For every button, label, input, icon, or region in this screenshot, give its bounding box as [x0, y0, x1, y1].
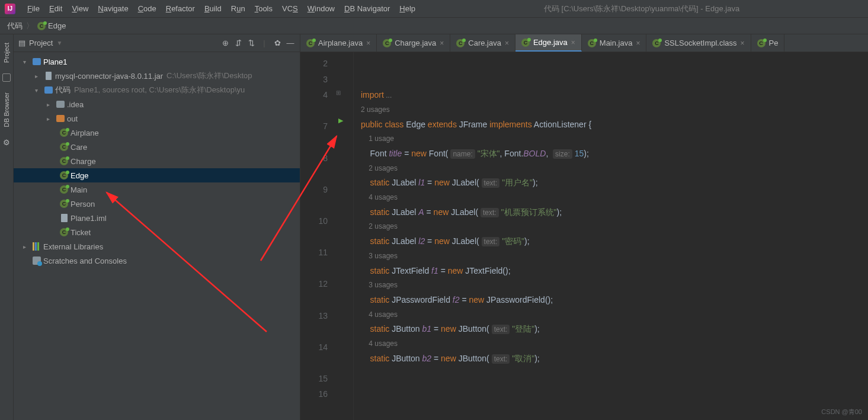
tab-airplane[interactable]: Airplane.java×: [300, 34, 377, 52]
menu-run[interactable]: Run: [226, 4, 250, 13]
project-view-icon: ▤: [18, 39, 25, 47]
tree-class-care[interactable]: Care: [14, 140, 300, 154]
tab-care[interactable]: Care.java×: [450, 34, 515, 52]
tree-scratches[interactable]: Scratches and Consoles: [14, 254, 300, 268]
menu-file[interactable]: File: [23, 4, 44, 13]
breadcrumb-separator-icon: 〉: [26, 21, 34, 31]
close-icon[interactable]: ×: [571, 39, 575, 47]
tree-class-airplane[interactable]: Airplane: [14, 126, 300, 140]
menu-refactor[interactable]: Refactor: [161, 4, 200, 13]
close-icon[interactable]: ×: [636, 39, 640, 47]
tree-class-charge[interactable]: Charge: [14, 154, 300, 168]
tree-external-libs[interactable]: ▸External Libraries: [14, 239, 300, 254]
class-icon: [456, 39, 465, 47]
breadcrumb-root[interactable]: 代码: [7, 21, 23, 31]
tree-class-person[interactable]: Person: [14, 197, 300, 211]
project-panel-title[interactable]: Project: [29, 39, 53, 47]
menu-code[interactable]: Code: [133, 4, 161, 13]
menu-edit[interactable]: Edit: [44, 4, 67, 13]
tab-sslsocketimpl[interactable]: SSLSocketImpl.class×: [646, 34, 751, 52]
close-icon[interactable]: ×: [366, 39, 370, 47]
tab-charge[interactable]: Charge.java×: [377, 34, 450, 52]
tree-class-edge[interactable]: Edge: [14, 168, 300, 182]
line-numbers: 234 7 8 9 10 11 12 13 14 1516: [300, 52, 332, 420]
hide-icon[interactable]: —: [286, 39, 295, 48]
tree-class-main[interactable]: Main: [14, 182, 300, 197]
project-panel-header: ▤ Project ▼ ⊕ ⇵ ⇅ | ✿ —: [14, 34, 300, 52]
rail-icon[interactable]: [2, 73, 11, 82]
project-tree[interactable]: ▾Plane1 ▸mysql-connector-java-8.0.11.jar…: [14, 52, 300, 420]
class-icon: [37, 22, 46, 30]
menu-vcs[interactable]: VCS: [277, 4, 303, 13]
rail-search-icon[interactable]: ⚙: [3, 138, 10, 147]
gutter-icons: ⊞ ▶: [332, 52, 354, 420]
run-gutter-icon[interactable]: ▶: [332, 114, 353, 127]
tab-edge[interactable]: Edge.java×: [515, 34, 582, 52]
menu-bar: IJ File Edit View Navigate Code Refactor…: [0, 0, 868, 18]
class-icon: [652, 39, 661, 47]
gutter: 234 7 8 9 10 11 12 13 14 1516 ⊞ ▶: [300, 52, 354, 420]
tree-iml[interactable]: Plane1.iml: [14, 211, 300, 225]
close-icon[interactable]: ×: [505, 39, 509, 47]
collapse-all-icon[interactable]: ⇅: [246, 39, 256, 48]
divider: |: [260, 39, 269, 48]
class-icon: [757, 39, 765, 47]
menu-build[interactable]: Build: [200, 4, 226, 13]
breadcrumb-file[interactable]: Edge: [37, 21, 66, 30]
tab-main[interactable]: Main.java×: [582, 34, 647, 52]
menu-view[interactable]: View: [67, 4, 93, 13]
project-panel: ▤ Project ▼ ⊕ ⇵ ⇅ | ✿ — ▾Plane1 ▸mysql-c…: [14, 34, 300, 420]
menu-help[interactable]: Help: [395, 4, 420, 13]
breadcrumb: 代码 〉 Edge: [0, 18, 868, 34]
fold-icon[interactable]: ⊞: [332, 87, 353, 98]
app-logo-icon: IJ: [5, 4, 15, 14]
tab-pe[interactable]: Pe: [751, 34, 785, 52]
expand-all-icon[interactable]: ⇵: [233, 39, 243, 48]
tree-idea[interactable]: ▸.idea: [14, 97, 300, 111]
editor-area: Airplane.java× Charge.java× Care.java× E…: [300, 34, 868, 420]
code-editor[interactable]: 234 7 8 9 10 11 12 13 14 1516 ⊞ ▶ import…: [300, 52, 868, 420]
class-icon: [306, 39, 315, 47]
left-tool-rail: Project DB Browser ⚙: [0, 34, 14, 420]
close-icon[interactable]: ×: [741, 39, 745, 47]
tree-root[interactable]: ▾Plane1: [14, 54, 300, 69]
window-title: 代码 [C:\Users\陈永祥\Desktop\yuanma\代码] - Ed…: [544, 4, 739, 14]
rail-db-browser[interactable]: DB Browser: [3, 89, 10, 131]
class-icon: [383, 39, 391, 47]
close-icon[interactable]: ×: [440, 39, 444, 47]
class-icon: [588, 39, 596, 47]
editor-tabs: Airplane.java× Charge.java× Care.java× E…: [300, 34, 868, 52]
tree-src[interactable]: ▾代码Plane1, sources root, C:\Users\陈永祥\De…: [14, 83, 300, 97]
tree-class-ticket[interactable]: Ticket: [14, 225, 300, 239]
class-icon: [521, 39, 530, 47]
menu-navigate[interactable]: Navigate: [93, 4, 133, 13]
code-content[interactable]: import ...2 usagespublic class Edge exte…: [354, 52, 868, 420]
watermark: CSDN @青00: [821, 408, 862, 416]
tree-out[interactable]: ▸out: [14, 111, 300, 126]
rail-project[interactable]: Project: [3, 39, 10, 66]
menu-window[interactable]: Window: [303, 4, 339, 13]
dropdown-icon[interactable]: ▼: [56, 40, 62, 46]
menu-tools[interactable]: Tools: [250, 4, 277, 13]
select-opened-file-icon[interactable]: ⊕: [220, 39, 230, 48]
tree-jar[interactable]: ▸mysql-connector-java-8.0.11.jarC:\Users…: [14, 69, 300, 83]
menu-db-navigator[interactable]: DB Navigator: [339, 4, 395, 13]
settings-icon[interactable]: ✿: [273, 39, 282, 48]
